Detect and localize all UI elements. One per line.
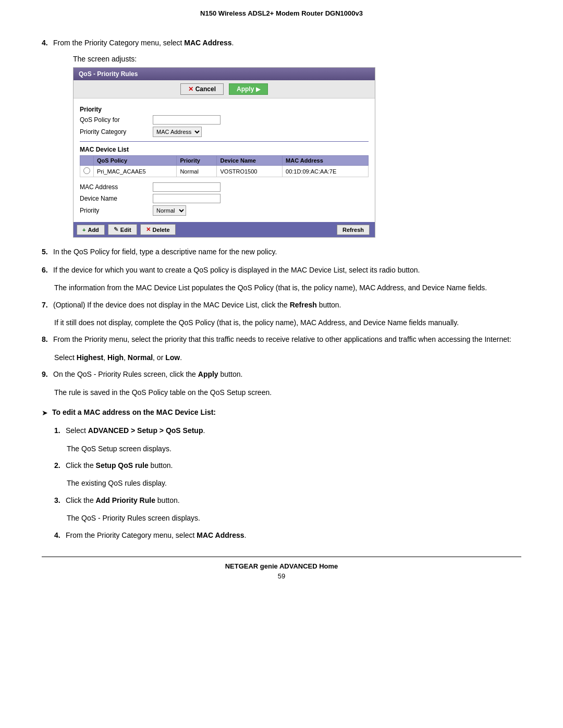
step-8-indent: Select Highest, High, Normal, or Low.	[54, 352, 521, 363]
step-4-text: From the Priority Category menu, select …	[53, 37, 234, 48]
sub2-bold: Setup QoS rule	[96, 461, 149, 470]
delete-icon: ✕	[146, 226, 151, 233]
priority-category-label: Priority Category	[80, 128, 153, 135]
col-priority: Priority	[177, 156, 217, 166]
add-button[interactable]: + Add	[77, 225, 105, 235]
priority-category-select[interactable]: MAC Address	[153, 127, 202, 137]
arrow-section: ➤ To edit a MAC address on the MAC Devic…	[42, 406, 521, 418]
sub3-bold: Add Priority Rule	[96, 496, 155, 504]
row-radio-input[interactable]	[83, 167, 90, 174]
divider-1	[80, 141, 369, 142]
mac-address-label: MAC Address	[80, 183, 153, 191]
sub-step-4-num: 4.	[54, 529, 66, 541]
footer-label: NETGEAR genie ADVANCED Home	[42, 562, 521, 570]
sub-step-1: 1. Select ADVANCED > Setup > QoS Setup.	[54, 425, 521, 436]
sub-step-2-num: 2.	[54, 460, 66, 471]
step-7-num: 7.	[42, 299, 53, 311]
step-9-num: 9.	[42, 368, 53, 380]
arrow-icon: ➤	[42, 407, 48, 418]
delete-label: Delete	[153, 227, 170, 233]
sub4-bold: MAC Address	[197, 531, 244, 539]
sub-step-2: 2. Click the Setup QoS rule button.	[54, 460, 521, 471]
step-8-bold4: Low	[165, 353, 180, 362]
sub-step-3-text: Click the Add Priority Rule button.	[66, 495, 180, 506]
col-qos-policy: QoS Policy	[94, 156, 177, 166]
priority-select[interactable]: Normal Highest High Low	[153, 205, 186, 216]
qos-panel: QoS - Priority Rules ✕ Cancel Apply ▶ Pr…	[73, 67, 375, 238]
edit-icon: ✎	[114, 226, 118, 233]
apply-label: Apply	[237, 85, 254, 93]
step-7-indent-text: If it still does not display, complete t…	[54, 318, 459, 327]
plus-icon: +	[82, 227, 85, 233]
step-8-bold2: High	[107, 353, 124, 362]
screen-adjusts-block: The screen adjusts: QoS - Priority Rules…	[73, 55, 521, 238]
step-7: 7. (Optional) If the device does not dis…	[42, 299, 521, 311]
step-4-num: 4.	[42, 37, 53, 48]
sub2-indent: The existing QoS rules display.	[67, 477, 521, 489]
mac-address-form-row: MAC Address	[80, 182, 369, 192]
device-name-form-row: Device Name	[80, 194, 369, 203]
priority-form-row: Priority Normal Highest High Low	[80, 205, 369, 216]
step-8-bold1: Highest	[77, 353, 103, 362]
device-name-input[interactable]	[153, 194, 221, 203]
cancel-x-icon: ✕	[188, 85, 193, 93]
step-9-bold: Apply	[198, 370, 218, 378]
qos-body: Priority QoS Policy for Priority Categor…	[74, 98, 375, 222]
qos-title-bar: QoS - Priority Rules	[74, 68, 375, 80]
sub3-indent: The QoS - Priority Rules screen displays…	[67, 512, 521, 524]
arrow-bold: To edit a MAC address on the MAC Device …	[52, 408, 216, 416]
col-radio	[80, 156, 94, 166]
priority-field-label: Priority	[80, 207, 153, 214]
table-row: Pri_MAC_ACAAE5 Normal VOSTRO1500 00:1D:0…	[80, 166, 369, 177]
step-6-num: 6.	[42, 264, 53, 276]
step-6-indent: The information from the MAC Device List…	[54, 282, 521, 293]
row-device-name: VOSTRO1500	[217, 166, 283, 177]
edit-button[interactable]: ✎ Edit	[108, 224, 137, 235]
step-5: 5. In the QoS Policy for field, type a d…	[42, 246, 521, 257]
qos-policy-row: QoS Policy for	[80, 115, 369, 125]
screen-adjusts-label: The screen adjusts:	[73, 55, 521, 63]
apply-arrow-icon: ▶	[256, 86, 260, 93]
mac-device-table: QoS Policy Priority Device Name MAC Addr…	[80, 155, 369, 177]
cancel-button[interactable]: ✕ Cancel	[180, 83, 224, 95]
step-5-text: In the QoS Policy for field, type a desc…	[53, 246, 277, 257]
priority-category-row: Priority Category MAC Address	[80, 127, 369, 137]
device-name-label: Device Name	[80, 195, 153, 202]
page-footer: NETGEAR genie ADVANCED Home	[42, 557, 521, 570]
qos-policy-input[interactable]	[153, 115, 221, 125]
mac-address-input[interactable]	[153, 182, 221, 192]
qos-bottom-bar: + Add ✎ Edit ✕ Delete Refresh	[74, 222, 375, 237]
row-priority: Normal	[177, 166, 217, 177]
sub-step-1-text: Select ADVANCED > Setup > QoS Setup.	[66, 425, 205, 436]
cancel-label: Cancel	[195, 85, 216, 93]
row-mac-address: 00:1D:09:AC:AA:7E	[283, 166, 369, 177]
step-5-num: 5.	[42, 246, 53, 257]
add-label: Add	[88, 227, 99, 233]
step-4: 4. From the Priority Category menu, sele…	[42, 37, 521, 48]
step-9-indent-text: The rule is saved in the QoS Policy tabl…	[54, 388, 272, 397]
step-9-text: On the QoS - Priority Rules screen, clic…	[53, 368, 242, 380]
step-8-num: 8.	[42, 334, 53, 345]
sub-step-3-num: 3.	[54, 495, 66, 506]
col-device-name: Device Name	[217, 156, 283, 166]
step-7-text: (Optional) If the device does not displa…	[53, 299, 341, 311]
table-header-row: QoS Policy Priority Device Name MAC Addr…	[80, 156, 369, 166]
step-8: 8. From the Priority menu, select the pr…	[42, 334, 521, 345]
header-title: N150 Wireless ADSL2+ Modem Router DGN100…	[200, 9, 363, 17]
sub1-indent: The QoS Setup screen displays.	[67, 443, 521, 454]
step-9: 9. On the QoS - Priority Rules screen, c…	[42, 368, 521, 380]
row-radio-cell[interactable]	[80, 166, 94, 177]
qos-toolbar: ✕ Cancel Apply ▶	[74, 80, 375, 98]
delete-button[interactable]: ✕ Delete	[140, 224, 176, 235]
step-6: 6. If the device for which you want to c…	[42, 264, 521, 276]
refresh-button[interactable]: Refresh	[337, 225, 370, 235]
step-8-bold3: Normal	[128, 353, 153, 362]
sub-step-4: 4. From the Priority Category menu, sele…	[54, 529, 521, 541]
sub-step-3: 3. Click the Add Priority Rule button.	[54, 495, 521, 506]
sub1-bold: ADVANCED > Setup > QoS Setup	[88, 426, 203, 435]
sub-step-1-num: 1.	[54, 425, 66, 436]
sub-step-2-text: Click the Setup QoS rule button.	[66, 460, 173, 471]
step-9-indent: The rule is saved in the QoS Policy tabl…	[54, 387, 521, 398]
apply-button[interactable]: Apply ▶	[229, 83, 268, 95]
step-7-bold: Refresh	[290, 301, 317, 309]
